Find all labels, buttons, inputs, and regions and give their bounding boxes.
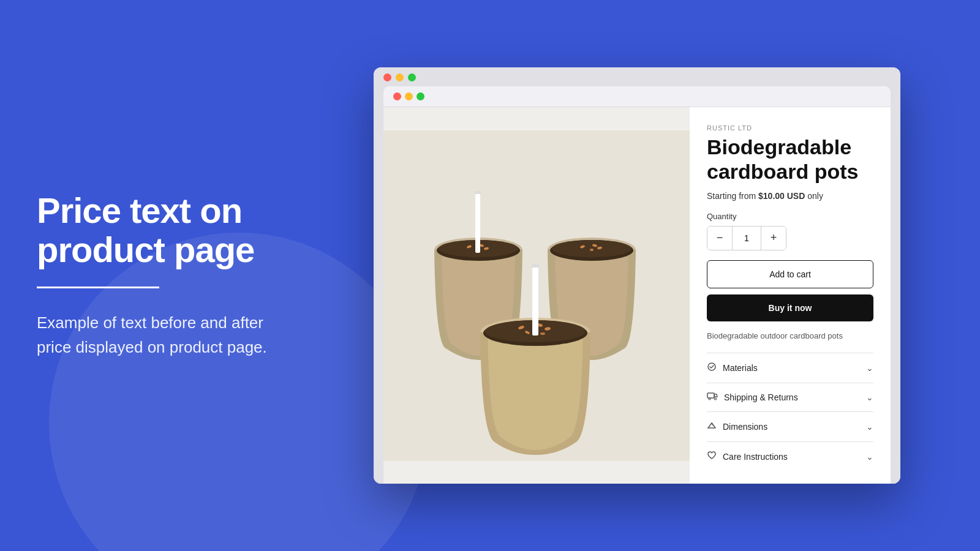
quantity-value: 1 [732,227,761,250]
product-page: RUSTIC LTD Biodegradable cardboard pots … [383,107,891,483]
right-panel: RUSTIC LTD Biodegradable cardboard pots … [306,43,980,508]
main-heading: Price text on product page [37,191,270,269]
accordion-materials-label: Materials [723,363,758,373]
dimensions-chevron-icon: ⌄ [866,422,873,432]
care-icon [707,451,717,463]
browser-topbar-inner [383,86,891,107]
browser-inner: RUSTIC LTD Biodegradable cardboard pots … [383,86,891,483]
accordion-care[interactable]: Care Instructions ⌄ [707,441,873,471]
quantity-label: Quantity [707,212,873,221]
maximize-button-outer[interactable] [408,73,416,81]
maximize-button-inner[interactable] [417,92,424,100]
close-button-outer[interactable] [383,73,391,81]
accordion-shipping[interactable]: Shipping & Returns ⌄ [707,383,873,411]
care-chevron-icon: ⌄ [866,452,873,462]
svg-rect-29 [707,393,714,398]
svg-rect-8 [475,192,480,253]
svg-point-30 [709,398,710,400]
accordion-shipping-label: Shipping & Returns [724,392,798,402]
shipping-icon [707,392,718,403]
browser-topbar-outer: RUSTIC LTD Biodegradable cardboard pots … [374,67,900,483]
product-image-area [383,107,690,483]
svg-rect-27 [532,264,539,268]
svg-rect-9 [475,191,481,194]
browser-window: RUSTIC LTD Biodegradable cardboard pots … [374,67,900,483]
quantity-control: − 1 + [707,226,786,250]
accordion-care-label: Care Instructions [723,452,788,462]
main-description: Example of text before and after price d… [37,310,270,360]
left-panel: Price text on product page Example of te… [0,154,306,396]
close-button-inner[interactable] [393,92,401,100]
divider [37,287,159,288]
buy-now-button[interactable]: Buy it now [707,294,873,321]
svg-point-31 [715,398,717,400]
product-details: RUSTIC LTD Biodegradable cardboard pots … [690,107,891,483]
accordion-dimensions-label: Dimensions [723,422,767,432]
price-prefix: Starting from [707,191,758,201]
product-illustration [383,130,690,461]
add-to-cart-button[interactable]: Add to cart [707,260,873,288]
accordion-materials[interactable]: Materials ⌄ [707,353,873,383]
price-suffix: only [805,191,823,201]
brand-name: RUSTIC LTD [707,124,873,132]
price-text: Starting from $10.00 USD only [707,191,873,201]
outer-window-controls [383,73,891,81]
svg-point-25 [540,332,545,335]
minimize-button-outer[interactable] [396,73,404,81]
price-value: $10.00 USD [758,191,805,201]
svg-rect-26 [532,265,538,335]
quantity-decrease-button[interactable]: − [707,227,732,250]
quantity-increase-button[interactable]: + [761,227,786,250]
materials-icon [707,362,717,374]
svg-point-15 [590,249,594,251]
materials-chevron-icon: ⌄ [866,363,873,373]
inner-window-controls [393,92,424,100]
accordion-dimensions[interactable]: Dimensions ⌄ [707,411,873,441]
minimize-button-inner[interactable] [405,92,413,100]
dimensions-icon [707,421,717,433]
product-description: Biodegradable outdoor cardboard pots [707,331,873,340]
shipping-chevron-icon: ⌄ [866,392,873,402]
product-image [383,130,690,461]
product-title: Biodegradable cardboard pots [707,135,873,183]
